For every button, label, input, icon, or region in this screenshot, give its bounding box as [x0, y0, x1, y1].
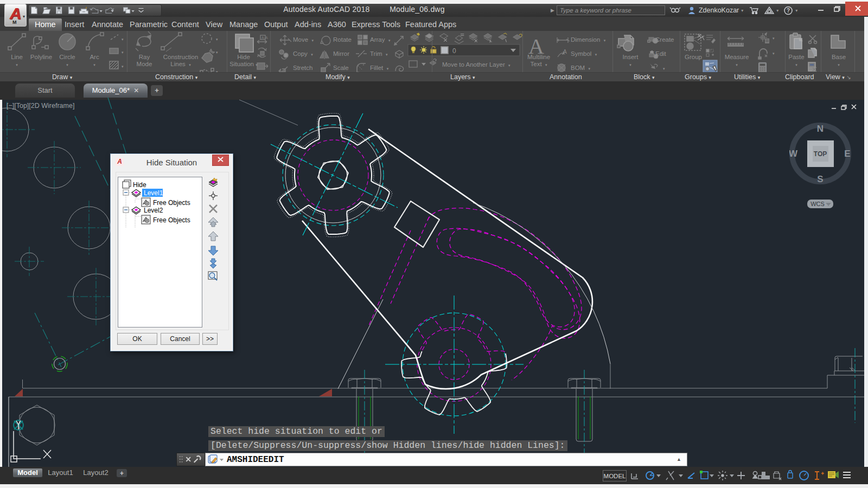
svg-text:S: S	[817, 174, 823, 184]
svg-text:Free Objects: Free Objects	[153, 216, 190, 224]
svg-text:Level2: Level2	[144, 207, 163, 214]
svg-text:E: E	[844, 149, 850, 159]
svg-text:TOP: TOP	[814, 150, 827, 158]
svg-text:WCS: WCS	[810, 201, 825, 207]
svg-text:N: N	[817, 124, 824, 134]
svg-text:Free Objects: Free Objects	[153, 199, 190, 207]
svg-text:W: W	[789, 149, 798, 159]
svg-text:Hide: Hide	[133, 181, 146, 189]
svg-text:Level1: Level1	[144, 189, 163, 197]
